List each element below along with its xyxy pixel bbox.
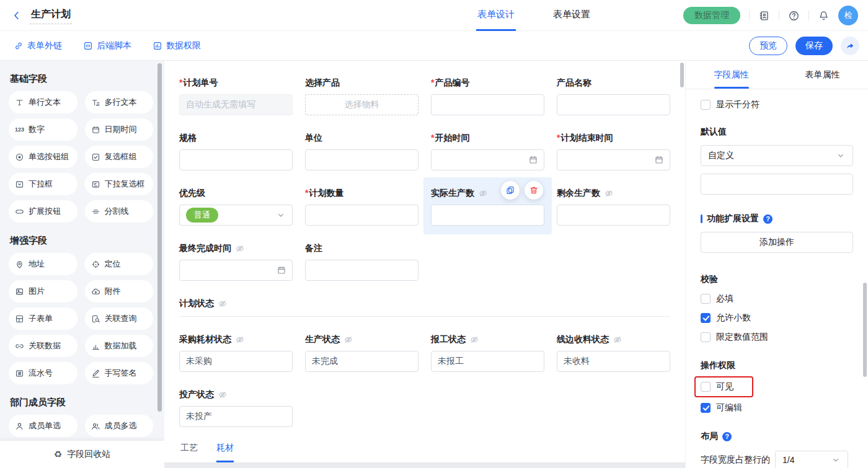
default-value-select[interactable]: 自定义 (701, 145, 853, 166)
allow-decimal-checkbox[interactable]: 允许小数 (701, 312, 853, 324)
field-item-attachment[interactable]: 附件 (85, 280, 154, 302)
tab-process[interactable]: 工艺 (180, 435, 198, 462)
help-icon[interactable] (788, 10, 800, 22)
checkbox-unchecked[interactable] (701, 294, 711, 304)
save-button[interactable]: 保存 (795, 37, 833, 55)
final-time-input[interactable] (179, 260, 293, 281)
purchase-status-input[interactable]: 未采购 (179, 351, 293, 372)
field-item-image[interactable]: 图片 (9, 280, 78, 302)
checkbox-unchecked[interactable] (701, 382, 711, 392)
field-report-status[interactable]: 报工状态 未报工 (431, 333, 544, 372)
field-item-number[interactable]: 123数字 (9, 118, 78, 141)
field-item-divider[interactable]: 分割线 (85, 200, 154, 223)
field-item-extend-button[interactable]: 扩展按钮 (9, 200, 78, 223)
add-action-button[interactable]: 添加操作 (701, 232, 853, 253)
unit-input[interactable] (305, 149, 418, 170)
field-item-multi-dropdown[interactable]: 下拉复选框 (85, 173, 154, 195)
field-item-member-multi[interactable]: 成员多选 (85, 415, 154, 437)
field-unit[interactable]: 单位 (305, 132, 418, 170)
tab-form-design[interactable]: 表单设计 (476, 0, 516, 31)
launch-status-input[interactable]: 未投产 (179, 406, 293, 427)
plan-no-input[interactable]: 自动生成无需填写 (179, 94, 293, 115)
field-item-subform[interactable]: 子表单 (9, 307, 78, 330)
product-name-input[interactable] (557, 94, 670, 115)
remark-input[interactable] (305, 260, 418, 281)
backend-script-link[interactable]: 后端脚本 (83, 40, 131, 51)
share-button[interactable] (841, 37, 859, 55)
default-value-input[interactable] (701, 174, 853, 195)
field-recycle-bin[interactable]: ♻ 字段回收站 (0, 441, 164, 468)
field-plan-status-section[interactable]: 计划状态 (179, 298, 670, 317)
visible-checkbox[interactable]: 可见 (701, 381, 733, 392)
priority-select[interactable]: 普通 (179, 205, 293, 226)
field-spec[interactable]: 规格 (179, 132, 293, 170)
field-item-signature[interactable]: 手写签名 (85, 362, 154, 384)
panel-scrollbar[interactable] (863, 283, 867, 377)
avatar[interactable]: 检 (838, 6, 858, 25)
field-plan-qty[interactable]: 计划数量 (305, 187, 418, 226)
help-question-icon[interactable] (763, 214, 773, 224)
field-item-single-line-text[interactable]: 单行文本 (9, 91, 78, 113)
preview-button[interactable]: 预览 (749, 37, 787, 55)
select-product-button[interactable]: 选择物料 (305, 94, 418, 115)
field-product-name[interactable]: 产品名称 (557, 77, 670, 115)
field-product-no[interactable]: 产品编号 (431, 77, 544, 115)
product-no-input[interactable] (431, 94, 544, 115)
field-item-multi-line-text[interactable]: 多行文本 (85, 91, 154, 113)
back-button[interactable] (11, 10, 22, 21)
field-width-select[interactable]: 1/4 (775, 451, 848, 468)
thousand-separator-checkbox[interactable]: 显示千分符 (701, 99, 853, 110)
field-final-time[interactable]: 最终完成时间 (179, 242, 293, 281)
data-manage-button[interactable]: 数据管理 (683, 7, 740, 24)
notification-bell-icon[interactable] (818, 10, 830, 22)
editable-checkbox[interactable]: 可编辑 (701, 402, 853, 413)
help-question-icon[interactable] (722, 432, 732, 441)
field-item-serial-number[interactable]: 流水号 (9, 362, 78, 384)
tab-consumables[interactable]: 耗材 (216, 435, 234, 462)
field-plan-no[interactable]: 计划单号 自动生成无需填写 (179, 77, 293, 115)
checkbox-checked[interactable] (701, 403, 711, 413)
remain-qty-input[interactable] (557, 205, 670, 226)
required-checkbox[interactable]: 必填 (701, 293, 853, 304)
plan-qty-input[interactable] (305, 205, 418, 226)
form-external-link[interactable]: 表单外链 (14, 40, 62, 51)
field-item-data-load[interactable]: 数据加载 (85, 335, 154, 357)
tab-field-properties[interactable]: 字段属性 (686, 61, 777, 89)
limit-range-checkbox[interactable]: 限定数值范围 (701, 332, 853, 343)
field-actual-qty-selected[interactable]: 实际生产数 (431, 187, 544, 226)
sidebar-scrollbar[interactable] (157, 63, 162, 412)
field-item-address[interactable]: 地址 (9, 253, 78, 275)
canvas-scrollbar[interactable] (680, 63, 684, 87)
delete-field-button[interactable] (525, 181, 543, 200)
spec-input[interactable] (179, 149, 293, 170)
field-launch-status[interactable]: 投产状态 未投产 (179, 389, 293, 427)
field-item-dropdown[interactable]: 下拉框 (9, 173, 78, 195)
actual-qty-input[interactable] (431, 205, 544, 226)
field-item-locate[interactable]: 定位 (85, 253, 154, 275)
contacts-icon[interactable] (758, 10, 770, 22)
field-item-checkbox-group[interactable]: 复选框组 (85, 146, 154, 168)
field-item-radio-group[interactable]: 单选按钮组 (9, 146, 78, 168)
field-purchase-status[interactable]: 采购耗材状态 未采购 (179, 333, 293, 372)
start-time-input[interactable] (431, 149, 544, 170)
checkbox-unchecked[interactable] (701, 332, 711, 342)
checkbox-checked[interactable] (701, 313, 711, 323)
field-production-status[interactable]: 生产状态 未完成 (305, 333, 418, 372)
field-receive-status[interactable]: 线边收料状态 未收料 (557, 333, 670, 372)
report-status-input[interactable]: 未报工 (431, 351, 544, 372)
field-remark[interactable]: 备注 (305, 242, 418, 281)
production-status-input[interactable]: 未完成 (305, 351, 418, 372)
field-remain-qty[interactable]: 剩余生产数 (557, 187, 670, 226)
field-priority[interactable]: 优先级 普通 (179, 187, 293, 226)
field-start-time[interactable]: 开始时间 (431, 132, 544, 170)
field-select-product[interactable]: 选择产品 选择物料 (305, 77, 418, 115)
tab-form-settings[interactable]: 表单设置 (552, 0, 591, 31)
field-plan-end-time[interactable]: 计划结束时间 (557, 132, 670, 170)
plan-end-time-input[interactable] (557, 149, 670, 170)
field-item-linked-data[interactable]: 关联数据 (9, 335, 78, 357)
field-item-datetime[interactable]: 日期时间 (85, 118, 154, 141)
tab-form-properties[interactable]: 表单属性 (777, 61, 868, 89)
data-permission-link[interactable]: 数据权限 (153, 40, 201, 51)
checkbox-unchecked[interactable] (701, 100, 711, 110)
field-item-member-single[interactable]: 成员单选 (9, 415, 78, 437)
